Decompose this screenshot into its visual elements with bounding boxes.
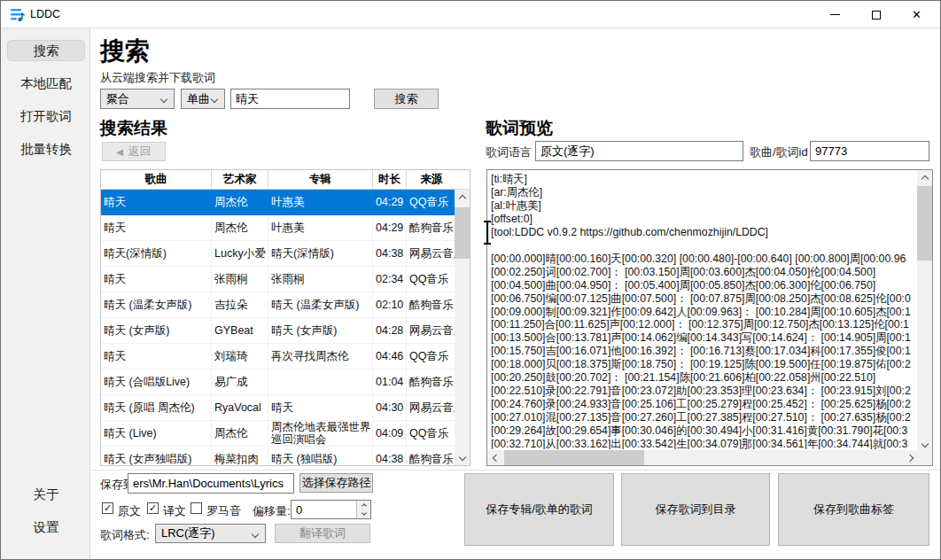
offset-spinner[interactable]: 0: [291, 500, 371, 519]
column-header-duration[interactable]: 时长: [373, 170, 407, 189]
scrollbar-corner: [917, 450, 932, 465]
translation-checkbox[interactable]: ✓: [147, 502, 159, 514]
lyrics-hscrollbar[interactable]: [487, 450, 918, 465]
spinner-up-icon[interactable]: [357, 501, 370, 509]
scroll-left-icon[interactable]: [487, 450, 502, 465]
column-header-album[interactable]: 专辑: [268, 170, 373, 189]
cell-artist: 梅菜扣肉: [212, 447, 268, 465]
sidebar-item-open-lyrics[interactable]: 打开歌词: [7, 105, 85, 127]
search-button[interactable]: 搜索: [374, 89, 439, 109]
lyrics-vscrollbar[interactable]: [917, 170, 932, 452]
source-select-value: 聚合: [106, 91, 129, 107]
cell-duration: 04:46: [373, 344, 407, 369]
back-button[interactable]: ◀ 返回: [102, 142, 166, 161]
results-vscroll-thumb[interactable]: [455, 207, 470, 259]
cell-song: 晴天 (原唱 周杰伦): [101, 395, 212, 421]
cell-artist: 易广成: [212, 369, 268, 395]
close-button[interactable]: ✕: [897, 1, 937, 28]
table-row[interactable]: 晴天周杰伦叶惠美04:29QQ音乐: [101, 190, 455, 215]
table-row[interactable]: 晴天张雨桐张雨桐02:34QQ音乐: [101, 267, 455, 292]
column-header-source[interactable]: 来源: [407, 170, 456, 189]
table-row[interactable]: 晴天(深情版)Lucky小爱晴天(深情版)04:38网易云音乐: [101, 241, 455, 267]
cell-duration: 04:30: [373, 395, 407, 421]
format-select[interactable]: LRC(逐字): [155, 524, 266, 543]
save-to-song-tag-button[interactable]: 保存到歌曲标签: [778, 473, 929, 546]
cell-source: 酷狗音乐: [407, 215, 455, 241]
sidebar-item-local-match[interactable]: 本地匹配: [7, 73, 85, 94]
cell-song: 晴天: [101, 190, 212, 215]
cell-artist: 周杰伦: [212, 215, 268, 241]
scroll-up-icon[interactable]: [455, 190, 470, 205]
cell-source: 酷狗音乐: [407, 369, 455, 395]
cell-album: 晴天 (温柔女声版): [268, 292, 373, 318]
cell-artist: GYBeat: [212, 318, 268, 344]
cell-album: 叶惠美: [268, 190, 373, 215]
lyrics-language-input[interactable]: 原文(逐字): [535, 141, 743, 161]
romaji-checkbox-label[interactable]: 罗马音: [206, 503, 241, 519]
lyrics-hscroll-thumb[interactable]: [504, 450, 644, 465]
save-path-input[interactable]: ers\Mr.Han\Documents\Lyrics: [128, 473, 294, 494]
source-select[interactable]: 聚合: [100, 89, 175, 109]
sidebar-item-settings[interactable]: 设置: [7, 517, 85, 538]
minimize-button[interactable]: [815, 1, 855, 28]
romaji-checkbox[interactable]: ✓: [191, 502, 202, 514]
cell-artist: 张雨桐: [212, 267, 268, 292]
lyrics-text[interactable]: [ti:晴天] [ar:周杰伦] [al:叶惠美] [offset:0] [to…: [491, 173, 916, 449]
column-header-song[interactable]: 歌曲: [101, 170, 212, 189]
type-select[interactable]: 单曲: [181, 89, 225, 109]
chevron-down-icon: [252, 531, 259, 538]
table-row[interactable]: 晴天刘瑞琦再次寻找周杰伦04:46QQ音乐: [101, 344, 455, 369]
scroll-down-icon[interactable]: [455, 450, 470, 465]
cell-source: QQ音乐: [407, 421, 455, 447]
sidebar-item-batch-convert[interactable]: 批量转换: [7, 138, 85, 159]
save-lyrics-to-folder-button[interactable]: 保存歌词到目录: [621, 473, 770, 546]
table-row[interactable]: 晴天 (合唱版Live)易广成01:04酷狗音乐: [101, 369, 455, 395]
app-logo-icon: [10, 7, 25, 22]
cell-artist: 周杰伦: [212, 421, 268, 447]
translate-lyrics-button[interactable]: 翻译歌词: [275, 524, 370, 543]
cell-album: [268, 369, 373, 395]
sidebar-item-label: 本地匹配: [20, 75, 72, 92]
cell-song: 晴天: [101, 267, 212, 292]
translation-checkbox-label[interactable]: 译文: [163, 503, 186, 519]
song-id-input[interactable]: 97773: [810, 141, 929, 161]
choose-path-button[interactable]: 选择保存路径: [299, 473, 373, 493]
results-vscrollbar[interactable]: [455, 190, 470, 465]
maximize-button[interactable]: [856, 1, 896, 28]
cell-artist: 吉拉朵: [212, 292, 268, 318]
spinner-down-icon[interactable]: [357, 509, 370, 518]
lyrics-vscroll-thumb[interactable]: [917, 186, 932, 261]
table-row[interactable]: 晴天 (温柔女声版)吉拉朵晴天 (温柔女声版)02:10酷狗音乐: [101, 292, 455, 318]
column-header-artist[interactable]: 艺术家: [212, 170, 268, 189]
table-row[interactable]: 晴天 (女声独唱版)梅菜扣肉晴天 (独唱版)04:38酷狗音乐: [101, 447, 455, 465]
cell-artist: Lucky小爱: [212, 241, 268, 267]
cell-artist: 周杰伦: [212, 190, 268, 215]
format-select-value: LRC(逐字): [161, 525, 215, 541]
scroll-up-icon[interactable]: [917, 170, 932, 185]
chevron-down-icon: [160, 96, 167, 103]
lyrics-preview-box[interactable]: [ti:晴天] [ar:周杰伦] [al:叶惠美] [offset:0] [to…: [486, 169, 933, 466]
table-row[interactable]: 晴天 (原唱 周杰伦)RyaVocal晴天04:30网易云音乐: [101, 395, 455, 421]
cell-duration: 01:04: [373, 369, 407, 395]
search-input[interactable]: 晴天: [230, 89, 350, 109]
original-checkbox-label[interactable]: 原文: [118, 503, 141, 519]
lyrics-language-label: 歌词语言: [486, 144, 532, 160]
sidebar-item-search[interactable]: 搜索: [7, 40, 85, 61]
cell-duration: 04:38: [373, 447, 407, 465]
cell-duration: 04:29: [373, 190, 407, 215]
save-album-lyrics-button[interactable]: 保存专辑/歌单的歌词: [464, 473, 614, 546]
cell-album: 晴天(深情版): [268, 241, 373, 267]
cell-album: 晴天 (独唱版): [268, 447, 373, 465]
original-checkbox[interactable]: ✓: [102, 502, 113, 514]
results-table-header: 歌曲 艺术家 专辑 时长 来源: [101, 170, 470, 190]
table-row[interactable]: 晴天周杰伦叶惠美04:29酷狗音乐: [101, 215, 455, 241]
cell-source: 网易云音乐: [407, 241, 455, 267]
sidebar-item-about[interactable]: 关于: [7, 484, 85, 505]
table-row[interactable]: 晴天 (女声版)GYBeat晴天 (女声版)04:28网易云音乐: [101, 318, 455, 344]
cell-album: 叶惠美: [268, 215, 373, 241]
cell-song: 晴天 (温柔女声版): [101, 292, 212, 318]
scroll-right-icon[interactable]: [903, 450, 918, 465]
cell-duration: 04:28: [373, 318, 407, 344]
table-row[interactable]: 晴天 (Live)周杰伦周杰伦地表最强世界巡回演唱会04:09QQ音乐: [101, 421, 455, 447]
page-title: 搜索: [100, 35, 150, 68]
